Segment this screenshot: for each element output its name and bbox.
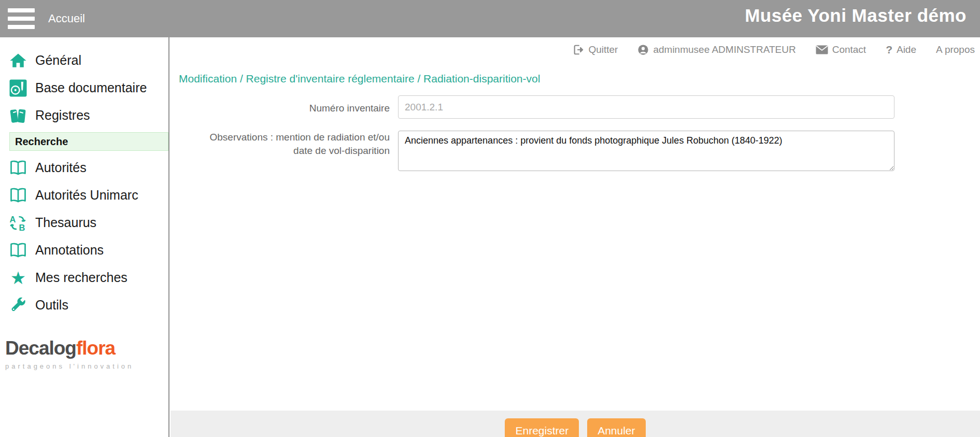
observations-textarea[interactable]: Anciennes appartenances : provient du fo… (398, 131, 894, 171)
observations-label: Observations : mention de radiation et/o… (171, 131, 390, 158)
sidebar: Général Base documentaire (0, 37, 169, 437)
translate-icon: A B (8, 213, 28, 233)
sidebar-item-label: Mes recherches (35, 270, 127, 285)
main-content: Quitter adminmusee ADMINSTRATEUR (171, 37, 980, 437)
question-icon: ? (886, 44, 892, 56)
breadcrumb: Modification / Registre d'inventaire rég… (179, 73, 540, 85)
sidebar-item-registres[interactable]: Registres (0, 102, 168, 129)
books-icon (8, 106, 28, 125)
decalog-flora-logo: Decalogflora partageons l'innovation (5, 337, 168, 370)
svg-text:A: A (10, 214, 16, 223)
sidebar-item-label: Base documentaire (35, 80, 147, 95)
aide-link[interactable]: ? Aide (886, 44, 916, 56)
open-book-icon (8, 158, 28, 178)
accueil-link[interactable]: Accueil (48, 12, 85, 25)
sidebar-item-label: Recherche (15, 136, 68, 148)
top-bar: Accueil Musée Yoni Master démo (0, 0, 980, 37)
numero-inventaire-input[interactable] (398, 95, 894, 119)
open-book-icon (8, 241, 28, 260)
sidebar-item-autorites[interactable]: Autorités (0, 154, 168, 181)
utility-bar: Quitter adminmusee ADMINSTRATEUR (573, 44, 975, 56)
quitter-link[interactable]: Quitter (573, 44, 618, 55)
sidebar-item-thesaurus[interactable]: A B Thesaurus (0, 209, 168, 236)
wrench-icon (8, 295, 28, 315)
home-icon (8, 51, 28, 71)
sidebar-item-general[interactable]: Général (0, 47, 168, 74)
sidebar-item-label: Outils (35, 298, 68, 313)
star-icon: ★ (8, 268, 28, 288)
logo-text-flora: flora (76, 337, 115, 359)
app-window: Accueil Musée Yoni Master démo Général (0, 0, 980, 437)
logout-icon (573, 44, 584, 55)
sidebar-item-base-documentaire[interactable]: Base documentaire (0, 74, 168, 102)
hamburger-menu-icon[interactable] (8, 8, 35, 29)
user-account[interactable]: adminmusee ADMINSTRATEUR (637, 44, 796, 55)
sidebar-item-label: Général (35, 53, 81, 68)
logo-text-decalog: Decalog (5, 337, 76, 359)
sidebar-item-label: Autorités Unimarc (35, 188, 138, 203)
base-doc-icon (8, 78, 28, 98)
sidebar-item-label: Autorités (35, 160, 87, 175)
sidebar-item-label: Registres (35, 108, 90, 123)
contact-link[interactable]: Contact (816, 44, 866, 55)
cancel-button[interactable]: Annuler (587, 418, 645, 437)
app-title: Musée Yoni Master démo (745, 5, 967, 26)
envelope-icon (816, 45, 828, 54)
sidebar-item-outils[interactable]: Outils (0, 291, 168, 319)
save-button[interactable]: Enregistrer (505, 418, 579, 437)
sidebar-item-recherche-active[interactable]: Recherche (9, 132, 168, 151)
numero-inventaire-label: Numéro inventaire (171, 102, 390, 115)
svg-text:B: B (19, 223, 25, 232)
sidebar-item-label: Annotations (35, 243, 104, 258)
sidebar-item-label: Thesaurus (35, 215, 96, 230)
user-icon (637, 44, 649, 55)
open-book-icon (8, 186, 28, 205)
sidebar-item-annotations[interactable]: Annotations (0, 236, 168, 264)
sidebar-item-autorites-unimarc[interactable]: Autorités Unimarc (0, 181, 168, 209)
logo-tagline: partageons l'innovation (5, 362, 168, 370)
sidebar-item-mes-recherches[interactable]: ★ Mes recherches (0, 264, 168, 291)
action-bar: Enregistrer Annuler (171, 411, 980, 437)
apropos-link[interactable]: A propos (936, 44, 975, 55)
